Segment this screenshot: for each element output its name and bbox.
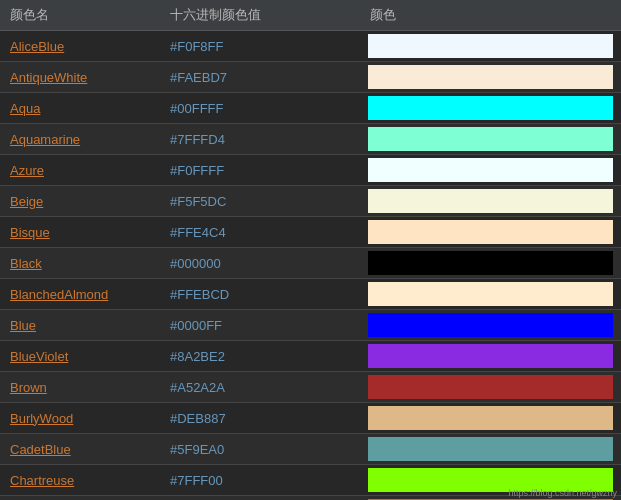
table-header-row: 颜色名 十六进制颜色值 颜色 (0, 0, 621, 31)
color-table-body: AliceBlue#F0F8FFAntiqueWhite#FAEBD7Aqua#… (0, 31, 621, 501)
color-hex-cell: #FAEBD7 (160, 62, 360, 93)
header-col-name: 颜色名 (0, 0, 160, 31)
color-swatch (368, 96, 613, 120)
table-row: Aqua#00FFFF (0, 93, 621, 124)
color-swatch (368, 220, 613, 244)
color-swatch-cell (360, 403, 621, 434)
color-swatch (368, 406, 613, 430)
color-swatch-cell (360, 93, 621, 124)
table-row: Chocolate#D2691E (0, 496, 621, 501)
color-name-cell[interactable]: BlueViolet (0, 341, 160, 372)
color-hex-cell: #8A2BE2 (160, 341, 360, 372)
color-hex-cell: #FFEBCD (160, 279, 360, 310)
color-swatch (368, 34, 613, 58)
color-swatch-cell (360, 186, 621, 217)
color-swatch-cell (360, 31, 621, 62)
table-row: CadetBlue#5F9EA0 (0, 434, 621, 465)
color-name-cell[interactable]: Chartreuse (0, 465, 160, 496)
color-name-cell[interactable]: Bisque (0, 217, 160, 248)
color-swatch (368, 375, 613, 399)
color-name-cell[interactable]: Brown (0, 372, 160, 403)
color-hex-cell: #7FFF00 (160, 465, 360, 496)
color-table-container[interactable]: 颜色名 十六进制颜色值 颜色 AliceBlue#F0F8FFAntiqueWh… (0, 0, 621, 500)
color-swatch-cell (360, 248, 621, 279)
color-swatch (368, 251, 613, 275)
color-hex-cell: #D2691E (160, 496, 360, 501)
color-swatch (368, 313, 613, 337)
table-row: Beige#F5F5DC (0, 186, 621, 217)
color-name-cell[interactable]: Azure (0, 155, 160, 186)
color-swatch-cell (360, 279, 621, 310)
table-row: BlanchedAlmond#FFEBCD (0, 279, 621, 310)
color-hex-cell: #5F9EA0 (160, 434, 360, 465)
color-swatch-cell (360, 372, 621, 403)
color-swatch (368, 158, 613, 182)
color-swatch-cell (360, 217, 621, 248)
header-col-hex: 十六进制颜色值 (160, 0, 360, 31)
color-name-cell[interactable]: AntiqueWhite (0, 62, 160, 93)
color-hex-cell: #F0FFFF (160, 155, 360, 186)
table-row: Blue#0000FF (0, 310, 621, 341)
color-swatch-cell (360, 310, 621, 341)
color-swatch (368, 65, 613, 89)
color-name-cell[interactable]: Beige (0, 186, 160, 217)
table-row: Azure#F0FFFF (0, 155, 621, 186)
color-swatch-cell (360, 465, 621, 496)
color-hex-cell: #DEB887 (160, 403, 360, 434)
table-row: Aquamarine#7FFFD4 (0, 124, 621, 155)
color-swatch (368, 437, 613, 461)
table-row: Chartreuse#7FFF00 (0, 465, 621, 496)
table-row: BurlyWood#DEB887 (0, 403, 621, 434)
color-swatch (368, 468, 613, 492)
header-col-swatch: 颜色 (360, 0, 621, 31)
color-swatch-cell (360, 496, 621, 501)
color-hex-cell: #A52A2A (160, 372, 360, 403)
color-name-cell[interactable]: BurlyWood (0, 403, 160, 434)
color-swatch-cell (360, 62, 621, 93)
color-hex-cell: #0000FF (160, 310, 360, 341)
table-row: Black#000000 (0, 248, 621, 279)
color-table: 颜色名 十六进制颜色值 颜色 AliceBlue#F0F8FFAntiqueWh… (0, 0, 621, 500)
color-name-cell[interactable]: CadetBlue (0, 434, 160, 465)
color-hex-cell: #FFE4C4 (160, 217, 360, 248)
table-row: AntiqueWhite#FAEBD7 (0, 62, 621, 93)
table-row: Bisque#FFE4C4 (0, 217, 621, 248)
table-row: Brown#A52A2A (0, 372, 621, 403)
color-hex-cell: #7FFFD4 (160, 124, 360, 155)
color-swatch (368, 282, 613, 306)
color-swatch (368, 127, 613, 151)
color-swatch-cell (360, 155, 621, 186)
color-swatch-cell (360, 124, 621, 155)
color-swatch (368, 189, 613, 213)
table-row: BlueViolet#8A2BE2 (0, 341, 621, 372)
color-name-cell[interactable]: Chocolate (0, 496, 160, 501)
color-name-cell[interactable]: Blue (0, 310, 160, 341)
color-name-cell[interactable]: AliceBlue (0, 31, 160, 62)
color-hex-cell: #F0F8FF (160, 31, 360, 62)
color-swatch (368, 344, 613, 368)
color-name-cell[interactable]: Black (0, 248, 160, 279)
color-name-cell[interactable]: Aqua (0, 93, 160, 124)
color-name-cell[interactable]: BlanchedAlmond (0, 279, 160, 310)
color-swatch-cell (360, 434, 621, 465)
color-name-cell[interactable]: Aquamarine (0, 124, 160, 155)
color-hex-cell: #F5F5DC (160, 186, 360, 217)
table-row: AliceBlue#F0F8FF (0, 31, 621, 62)
color-hex-cell: #00FFFF (160, 93, 360, 124)
color-swatch-cell (360, 341, 621, 372)
color-hex-cell: #000000 (160, 248, 360, 279)
